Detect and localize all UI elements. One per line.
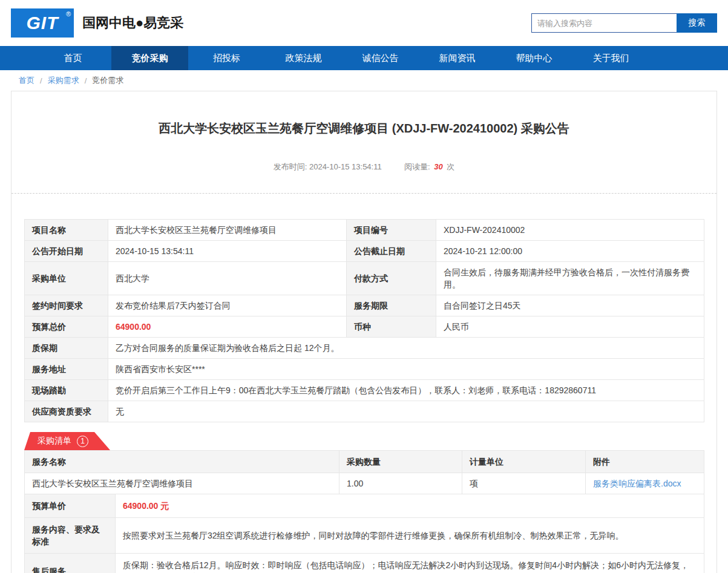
breadcrumb-purchase-demand[interactable]: 采购需求	[48, 75, 79, 86]
purchase-list-tag-label: 采购清单	[38, 436, 71, 447]
sign-time-value: 发布竞价结果后7天内签订合同	[108, 295, 347, 316]
attachment-cell: 服务类响应偏离表.docx	[586, 473, 704, 494]
site-visit-label: 现场踏勘	[25, 380, 108, 401]
git-logo-text: GIT	[27, 13, 59, 33]
payment-value: 合同生效后，待服务期满并经甲方验收合格后，一次性付清服务费用。	[436, 262, 704, 295]
publish-time-value: 2024-10-15 13:54:11	[309, 162, 382, 171]
breadcrumb: 首页 / 采购需求 / 竞价需求	[0, 70, 728, 91]
publish-time-label: 发布时间:	[274, 162, 307, 172]
main-nav: 首页 竞价采购 招投标 政策法规 诚信公告 新闻资讯 帮助中心 关于我们	[0, 46, 728, 70]
attachment-link[interactable]: 服务类响应偏离表.docx	[593, 479, 681, 488]
unit-price-label: 预算单价	[25, 494, 116, 518]
table-row: 现场踏勘 竞价开启后第三个工作日上午9：00在西北大学玉兰苑餐厅踏勘（包含公告发…	[25, 380, 704, 401]
warranty-label: 质保期	[25, 338, 108, 359]
purchase-list-table: 服务名称 采购数量 计量单位 附件 西北大学长安校区玉兰苑餐厅空调维修项目 1.…	[24, 450, 704, 494]
site-visit-value: 竞价开启后第三个工作日上午9：00在西北大学玉兰苑餐厅踏勘（包含公告发布日），联…	[108, 380, 704, 401]
unit-value: 项	[462, 473, 586, 494]
qualification-label: 供应商资质要求	[25, 401, 108, 422]
nav-item-integrity-notices[interactable]: 诚信公告	[342, 46, 419, 70]
project-code-value: XDJJ-FW-202410002	[436, 220, 704, 241]
quantity-value: 1.00	[339, 473, 462, 494]
notice-card: 西北大学长安校区玉兰苑餐厅空调维修项目 (XDJJ-FW-202410002) …	[11, 91, 717, 573]
payment-label: 付款方式	[347, 262, 436, 295]
column-service-name: 服务名称	[25, 451, 339, 473]
purchase-detail-table: 预算单价 64900.00 元 服务内容、要求及标准 按照要求对玉兰苑餐厅32组…	[24, 494, 704, 573]
registered-trademark-icon: ®	[66, 10, 71, 18]
start-date-value: 2024-10-15 13:54:11	[108, 241, 347, 262]
nav-item-help-center[interactable]: 帮助中心	[496, 46, 572, 70]
nav-item-tender[interactable]: 招投标	[188, 46, 265, 70]
purchaser-label: 采购单位	[25, 262, 108, 295]
nav-item-policies[interactable]: 政策法规	[265, 46, 342, 70]
column-attachment: 附件	[586, 451, 704, 473]
end-date-label: 公告截止日期	[347, 241, 436, 262]
nav-item-about-us[interactable]: 关于我们	[572, 46, 649, 70]
unit-price-value: 64900.00 元	[123, 501, 169, 511]
table-header-row: 服务名称 采购数量 计量单位 附件	[25, 451, 704, 473]
breadcrumb-bidding-demand: 竞价需求	[92, 75, 123, 86]
service-address-label: 服务地址	[25, 359, 108, 380]
column-quantity: 采购数量	[339, 451, 462, 473]
project-name-label: 项目名称	[25, 220, 108, 241]
views-count: 30	[434, 162, 442, 171]
start-date-label: 公告开始日期	[25, 241, 108, 262]
count-badge: 1	[77, 436, 88, 447]
search-button[interactable]: 搜索	[677, 13, 717, 33]
purchase-list-tag: 采购清单 1	[24, 432, 110, 450]
project-code-label: 项目编号	[347, 220, 436, 241]
currency-value: 人民币	[436, 316, 704, 338]
notice-meta: 发布时间: 2024-10-15 13:54:11 阅读量: 30 次	[11, 162, 717, 172]
search-bar: 搜索	[531, 13, 717, 33]
table-row: 采购单位 西北大学 付款方式 合同生效后，待服务期满并经甲方验收合格后，一次性付…	[25, 262, 704, 295]
nav-item-bidding-purchase[interactable]: 竞价采购	[111, 46, 188, 70]
after-sales-label: 售后服务	[25, 554, 116, 573]
breadcrumb-separator: /	[40, 76, 42, 85]
git-logo[interactable]: GIT ®	[11, 8, 74, 38]
qualification-value: 无	[108, 401, 704, 422]
purchaser-value: 西北大学	[108, 262, 347, 295]
views-label: 阅读量:	[404, 162, 430, 172]
service-content-label: 服务内容、要求及标准	[25, 518, 116, 554]
service-period-label: 服务期限	[347, 295, 436, 316]
nav-item-home[interactable]: 首页	[34, 46, 111, 70]
budget-total-amount: 64900.00	[116, 322, 151, 332]
end-date-value: 2024-10-21 12:00:00	[436, 241, 704, 262]
site-header: GIT ® 国网中电●易竞采 搜索	[0, 0, 728, 46]
table-row: 质保期 乙方对合同服务的质量保证期为验收合格后之日起 12个月。	[25, 338, 704, 359]
after-sales-value: 质保期：验收合格后12月。响应时效：即时响应（包括电话响应）；电话响应无法解决2…	[116, 554, 704, 573]
table-row: 服务内容、要求及标准 按照要求对玉兰苑餐厅32组空调系统进行检修维护，同时对故障…	[25, 518, 704, 554]
breadcrumb-separator: /	[85, 76, 87, 85]
unit-price-cell: 64900.00 元	[116, 494, 704, 518]
currency-label: 币种	[347, 316, 436, 338]
budget-total-label: 预算总价	[25, 316, 108, 338]
nav-item-news[interactable]: 新闻资讯	[419, 46, 496, 70]
warranty-value: 乙方对合同服务的质量保证期为验收合格后之日起 12个月。	[108, 338, 704, 359]
table-row: 签约时间要求 发布竞价结果后7天内签订合同 服务期限 自合同签订之日45天	[25, 295, 704, 316]
table-row: 预算单价 64900.00 元	[25, 494, 704, 518]
table-row: 项目名称 西北大学长安校区玉兰苑餐厅空调维修项目 项目编号 XDJJ-FW-20…	[25, 220, 704, 241]
page-title: 西北大学长安校区玉兰苑餐厅空调维修项目 (XDJJ-FW-202410002) …	[11, 120, 717, 137]
site-title: 国网中电●易竞采	[82, 14, 183, 32]
project-info-table: 项目名称 西北大学长安校区玉兰苑餐厅空调维修项目 项目编号 XDJJ-FW-20…	[24, 219, 704, 422]
budget-total-value: 64900.00	[108, 316, 347, 338]
service-period-value: 自合同签订之日45天	[436, 295, 704, 316]
search-input[interactable]	[531, 13, 677, 33]
breadcrumb-home[interactable]: 首页	[19, 75, 34, 86]
table-row: 供应商资质要求 无	[25, 401, 704, 422]
divider	[11, 193, 717, 194]
table-row: 公告开始日期 2024-10-15 13:54:11 公告截止日期 2024-1…	[25, 241, 704, 262]
service-name-value: 西北大学长安校区玉兰苑餐厅空调维修项目	[25, 473, 339, 494]
table-row: 售后服务 质保期：验收合格后12月。响应时效：即时响应（包括电话响应）；电话响应…	[25, 554, 704, 573]
table-row: 西北大学长安校区玉兰苑餐厅空调维修项目 1.00 项 服务类响应偏离表.docx	[25, 473, 704, 494]
table-row: 预算总价 64900.00 币种 人民币	[25, 316, 704, 338]
service-address-value: 陕西省西安市长安区****	[108, 359, 704, 380]
views-unit: 次	[447, 162, 454, 172]
service-content-value: 按照要求对玉兰苑餐厅32组空调系统进行检修维护，同时对故障的零部件进行维修更换，…	[116, 518, 704, 554]
project-name-value: 西北大学长安校区玉兰苑餐厅空调维修项目	[108, 220, 347, 241]
column-unit: 计量单位	[462, 451, 586, 473]
sign-time-label: 签约时间要求	[25, 295, 108, 316]
table-row: 服务地址 陕西省西安市长安区****	[25, 359, 704, 380]
